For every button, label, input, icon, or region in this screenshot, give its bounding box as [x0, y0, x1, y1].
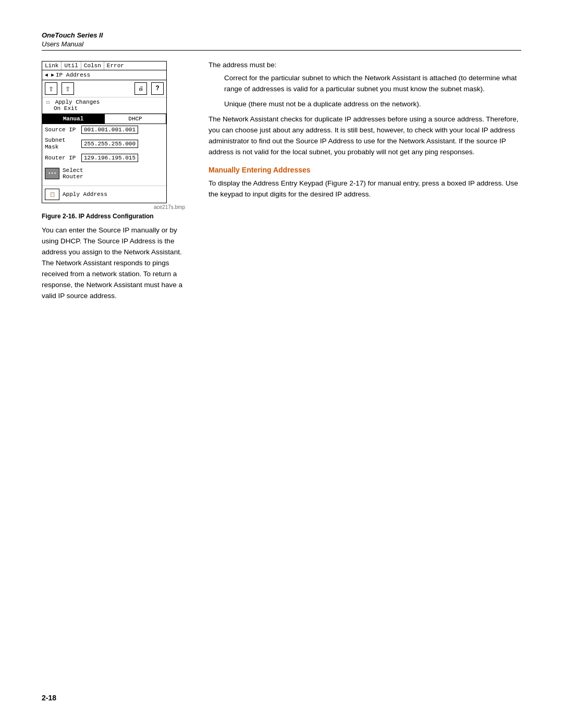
address-item2: Unique (there must not be a duplicate ad… — [224, 99, 521, 110]
subnet-mask-row: SubnetMask 255.255.255.000 — [42, 135, 166, 152]
router-ip-label: Router IP — [45, 155, 81, 161]
menu-error: Error — [104, 61, 127, 70]
screen-icon-row: ⇧ ⇧ 🖨 ? — [42, 80, 166, 97]
figure-container: Link Util Colsn Error ◄ ► IP Address ⇧ — [42, 61, 188, 220]
tab-manual[interactable]: Manual — [42, 114, 104, 124]
header-divider — [42, 50, 521, 51]
on-exit-label: On Exit — [54, 105, 78, 112]
source-ip-label: Source IP — [45, 127, 81, 133]
manually-entering-addresses-heading: Manually Entering Addresses — [209, 166, 521, 174]
subnet-mask-label: SubnetMask — [45, 137, 81, 151]
router-ip-row: Router IP 129.196.195.015 — [42, 152, 166, 164]
router-ip-value[interactable]: 129.196.195.015 — [81, 154, 138, 162]
left-body-text: You can enter the Source IP manually or … — [42, 225, 188, 301]
page-number: 2-18 — [42, 694, 56, 702]
screen-ip-address-title: IP Address — [56, 72, 90, 78]
apply-address-icon: 📋 — [45, 189, 59, 200]
select-router-label: SelectRouter — [63, 167, 83, 180]
menu-util: Util — [62, 61, 81, 70]
select-router-row: ▪▪▪ SelectRouter — [42, 166, 166, 181]
screen-tabs: Manual DHCP — [42, 114, 166, 124]
screen-menubar: Link Util Colsn Error — [42, 61, 166, 70]
figure-filename: ace217s.bmp — [42, 204, 188, 210]
menu-link: Link — [42, 61, 62, 70]
print-icon: 🖨 — [134, 82, 147, 95]
content-columns: Link Util Colsn Error ◄ ► IP Address ⇧ — [42, 61, 521, 308]
address-item1: Correct for the particular subnet to whi… — [224, 73, 521, 95]
source-ip-value[interactable]: 001.001.001.001 — [81, 126, 138, 134]
apply-changes-label: Apply Changes — [55, 99, 100, 105]
subnet-mask-value[interactable]: 255.255.255.000 — [81, 140, 138, 148]
nav-back-icon: ⇧ — [45, 82, 57, 95]
select-router-icon: ▪▪▪ — [45, 168, 59, 179]
screen-apply-changes-row: ☐ Apply Changes On Exit — [42, 97, 166, 114]
address-must-be-label: The address must be: — [209, 61, 521, 69]
screen-icon-prefix: ◄ ► — [45, 72, 54, 78]
apply-address-row: 📋 Apply Address — [42, 186, 166, 203]
source-ip-row: Source IP 001.001.001.001 — [42, 124, 166, 135]
manual-title: Users Manual — [42, 40, 521, 48]
nav-forward-icon: ⇧ — [62, 82, 74, 95]
tab-dhcp[interactable]: DHCP — [104, 114, 166, 124]
section-body-text: To display the Address Entry Keypad (Fig… — [209, 178, 521, 200]
help-icon: ? — [151, 82, 164, 95]
left-column: Link Util Colsn Error ◄ ► IP Address ⇧ — [42, 61, 188, 308]
right-column: The address must be: Correct for the par… — [209, 61, 521, 206]
menu-colsn: Colsn — [81, 61, 104, 70]
apply-address-label[interactable]: Apply Address — [63, 191, 107, 198]
device-screen: Link Util Colsn Error ◄ ► IP Address ⇧ — [42, 61, 167, 203]
series-title: OneTouch Series II — [42, 31, 521, 39]
page-header: OneTouch Series II Users Manual — [42, 31, 521, 51]
screen-title-bar: ◄ ► IP Address — [42, 70, 166, 80]
right-body-text: The Network Assistant checks for duplica… — [209, 114, 521, 158]
page: OneTouch Series II Users Manual Link Uti… — [0, 0, 563, 728]
figure-caption: Figure 2-16. IP Address Configuration — [42, 213, 188, 220]
